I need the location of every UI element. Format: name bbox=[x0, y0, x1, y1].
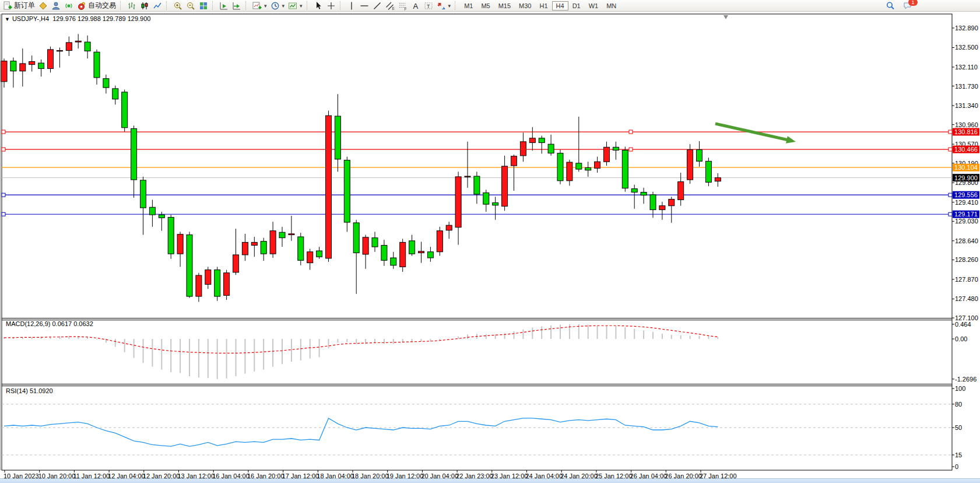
signals-button[interactable] bbox=[62, 1, 75, 11]
new-order-label: 新订单 bbox=[14, 1, 35, 10]
fibonacci-button[interactable]: F bbox=[396, 1, 409, 11]
bar-chart-icon bbox=[127, 1, 136, 10]
zoom-out-button[interactable] bbox=[184, 1, 197, 11]
timeframe-m15[interactable]: M15 bbox=[494, 1, 515, 10]
svg-text:129.556: 129.556 bbox=[954, 191, 978, 198]
zoom-in-icon bbox=[173, 1, 182, 10]
crosshair-icon bbox=[326, 1, 336, 10]
market-watch-button[interactable] bbox=[37, 1, 50, 11]
chevron-down-icon: ▾ bbox=[448, 3, 451, 9]
svg-text:130.960: 130.960 bbox=[955, 121, 978, 128]
crosshair-button[interactable] bbox=[325, 1, 338, 11]
cursor-button[interactable] bbox=[312, 1, 325, 11]
chart-graphics: 132.890132.500132.110131.730131.340130.9… bbox=[1, 14, 980, 478]
svg-text:100: 100 bbox=[955, 385, 965, 392]
timeframe-m1[interactable]: M1 bbox=[460, 1, 477, 10]
chart-canvas[interactable]: 132.890132.500132.110131.730131.340130.9… bbox=[0, 13, 980, 478]
window-bottom-bar bbox=[0, 478, 980, 483]
zoom-out-icon bbox=[186, 1, 195, 10]
svg-text:19 Jan 12:00: 19 Jan 12:00 bbox=[387, 473, 424, 478]
timeframe-m30[interactable]: M30 bbox=[515, 1, 535, 10]
svg-text:13 Jan 12:00: 13 Jan 12:00 bbox=[178, 473, 215, 478]
svg-text:E: E bbox=[392, 6, 395, 10]
svg-text:129.900: 129.900 bbox=[954, 174, 978, 181]
svg-text:T: T bbox=[427, 3, 430, 9]
chart-header[interactable]: ▼USDJPY-,H4 129.976 129.988 129.789 129.… bbox=[5, 15, 150, 22]
indicators-button[interactable]: ▾ bbox=[251, 1, 269, 11]
tile-windows-icon bbox=[199, 1, 208, 10]
text-button[interactable]: A bbox=[409, 1, 422, 11]
chevron-down-icon: ▾ bbox=[264, 3, 267, 9]
search-button[interactable] bbox=[884, 1, 897, 11]
svg-text:26 Jan 20:00: 26 Jan 20:00 bbox=[665, 473, 702, 478]
tile-windows-button[interactable] bbox=[197, 1, 210, 11]
search-icon bbox=[886, 1, 895, 10]
svg-text:0: 0 bbox=[955, 463, 958, 470]
timeframe-m5[interactable]: M5 bbox=[477, 1, 494, 10]
chart-shift-button[interactable] bbox=[230, 1, 243, 11]
signal-icon bbox=[64, 1, 73, 10]
text-a-icon: A bbox=[411, 1, 420, 10]
navigator-button[interactable] bbox=[50, 1, 62, 11]
new-order-button[interactable]: 新订单 bbox=[1, 1, 37, 11]
bar-chart-button[interactable] bbox=[125, 1, 138, 11]
cursor-icon bbox=[314, 1, 323, 10]
text-label-button[interactable]: T bbox=[422, 1, 435, 11]
price-axis: 132.890132.500132.110131.730131.340130.9… bbox=[952, 24, 978, 321]
svg-text:24 Jan 20:00: 24 Jan 20:00 bbox=[560, 473, 598, 478]
trendline-button[interactable] bbox=[371, 1, 384, 11]
svg-text:130.466: 130.466 bbox=[954, 146, 978, 153]
timeframe-h1[interactable]: H1 bbox=[536, 1, 552, 10]
zoom-in-button[interactable] bbox=[171, 1, 184, 11]
equidistant-channel-button[interactable]: E bbox=[384, 1, 396, 11]
svg-text:128.260: 128.260 bbox=[955, 256, 978, 263]
notifications-button[interactable]: 1 bbox=[901, 1, 914, 11]
chevron-down-icon: ▾ bbox=[282, 3, 285, 9]
arrows-icon bbox=[437, 1, 446, 10]
arrows-button[interactable]: ▾ bbox=[435, 1, 453, 11]
periods-button[interactable]: ▾ bbox=[269, 1, 287, 11]
svg-text:127.480: 127.480 bbox=[955, 295, 978, 302]
svg-text:18 Jan 20:00: 18 Jan 20:00 bbox=[352, 473, 389, 478]
horizontal-line-icon bbox=[360, 1, 369, 10]
timeframe-mn[interactable]: MN bbox=[602, 1, 620, 10]
channel-icon: E bbox=[385, 1, 395, 10]
trendline-icon bbox=[373, 1, 382, 10]
svg-text:11 Jan 12:00: 11 Jan 12:00 bbox=[73, 473, 110, 478]
candlestick-chart-button[interactable] bbox=[138, 1, 151, 11]
svg-text:127.870: 127.870 bbox=[955, 276, 978, 283]
toolbar-separator bbox=[245, 1, 248, 10]
svg-text:17 Jan 12:00: 17 Jan 12:00 bbox=[282, 473, 319, 478]
rsi-indicator-label: RSI(14) 51.0920 bbox=[6, 387, 53, 394]
timeframe-h4[interactable]: H4 bbox=[552, 1, 568, 10]
templates-button[interactable]: ▾ bbox=[286, 1, 304, 11]
horizontal-line-button[interactable] bbox=[358, 1, 371, 11]
svg-text:128.640: 128.640 bbox=[955, 237, 978, 244]
panel-borders bbox=[1, 14, 953, 470]
svg-text:129.171: 129.171 bbox=[954, 211, 978, 218]
auto-trading-label: 自动交易 bbox=[88, 1, 116, 10]
svg-text:22 Jan 23:00: 22 Jan 23:00 bbox=[456, 473, 493, 478]
svg-text:16 Jan 04:00: 16 Jan 04:00 bbox=[212, 473, 250, 478]
indicators-icon bbox=[252, 1, 262, 10]
svg-text:129.030: 129.030 bbox=[955, 218, 978, 225]
vertical-line-icon bbox=[347, 1, 356, 10]
svg-text:0.464: 0.464 bbox=[955, 321, 971, 328]
navigator-icon bbox=[51, 1, 61, 10]
auto-trading-button[interactable]: 自动交易 bbox=[75, 1, 118, 11]
notification-badge: 1 bbox=[908, 0, 918, 6]
timeframe-w1[interactable]: W1 bbox=[585, 1, 603, 10]
market-watch-icon bbox=[38, 1, 48, 10]
svg-text:129.410: 129.410 bbox=[955, 199, 978, 206]
svg-text:25 Jan 12:00: 25 Jan 12:00 bbox=[595, 473, 633, 478]
svg-text:0.00: 0.00 bbox=[955, 335, 967, 342]
chart-dropdown-icon[interactable]: ▼ bbox=[5, 16, 10, 22]
timeframe-d1[interactable]: D1 bbox=[568, 1, 585, 10]
vertical-line-button[interactable] bbox=[345, 1, 358, 11]
svg-text:132.110: 132.110 bbox=[955, 64, 978, 71]
timeframe-toolbar: M1M5M15M30H1H4D1W1MN bbox=[460, 1, 620, 10]
candlestick-icon bbox=[140, 1, 149, 10]
line-chart-button[interactable] bbox=[151, 1, 164, 11]
auto-scroll-button[interactable] bbox=[217, 1, 230, 11]
toolbar-separator bbox=[166, 1, 169, 10]
